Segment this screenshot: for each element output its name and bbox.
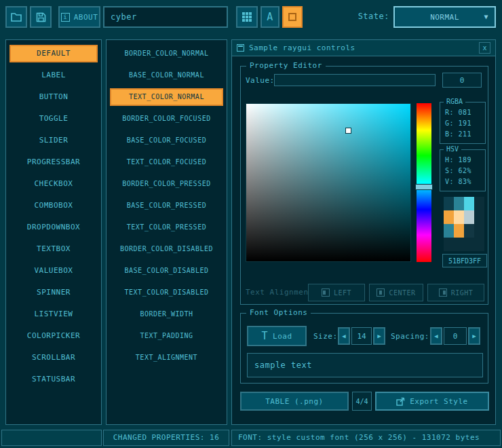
palette-swatch[interactable] bbox=[444, 210, 454, 224]
properties-list: BORDER_COLOR_NORMALBASE_COLOR_NORMALTEXT… bbox=[106, 39, 227, 425]
export-style-button[interactable]: Export Style bbox=[375, 392, 489, 411]
font-options-group-label: Font Options bbox=[246, 308, 311, 317]
property-editor-group-label: Property Editor bbox=[246, 61, 326, 70]
load-style-button[interactable] bbox=[5, 6, 27, 28]
property-list-item[interactable]: TEXT_COLOR_PRESSED bbox=[110, 219, 223, 236]
control-list-item[interactable]: LISTVIEW bbox=[9, 305, 98, 323]
property-list-item[interactable]: BASE_COLOR_PRESSED bbox=[110, 197, 223, 214]
spacing-increment-button[interactable]: ▶ bbox=[468, 327, 480, 345]
palette-swatch[interactable] bbox=[474, 224, 484, 238]
state-dropdown-value: NORMAL bbox=[430, 13, 459, 22]
align-center-button[interactable]: CENTER bbox=[369, 284, 423, 301]
palette-swatch[interactable] bbox=[454, 210, 464, 224]
palette-swatch[interactable] bbox=[474, 238, 484, 251]
control-list-item[interactable]: COLORPICKER bbox=[9, 327, 98, 345]
property-list-item[interactable]: TEXT_COLOR_NORMAL bbox=[110, 88, 223, 106]
control-list-item[interactable]: LABEL bbox=[9, 67, 98, 84]
property-list-item[interactable]: TEXT_COLOR_DISABLED bbox=[110, 284, 223, 301]
statusbar-font-info: FONT: style custom font (256 x 256) - 13… bbox=[231, 430, 501, 446]
value-box[interactable]: 0 bbox=[442, 73, 482, 88]
control-list-item[interactable]: COMBOBOX bbox=[9, 197, 98, 214]
property-list-item[interactable]: BORDER_COLOR_NORMAL bbox=[110, 45, 223, 62]
control-list-item[interactable]: SCROLLBAR bbox=[9, 349, 98, 367]
color-swatch-button[interactable] bbox=[282, 6, 303, 28]
load-font-button[interactable]: T Load bbox=[247, 326, 307, 346]
property-list-item[interactable]: BASE_COLOR_NORMAL bbox=[110, 67, 223, 84]
align-left-button[interactable]: LEFT bbox=[308, 284, 365, 301]
palette-swatch[interactable] bbox=[454, 238, 464, 251]
size-value-box[interactable]: 14 bbox=[351, 327, 372, 345]
palette-swatch[interactable] bbox=[454, 224, 464, 238]
grid-icon bbox=[242, 12, 252, 22]
align-center-icon bbox=[376, 288, 385, 297]
about-button-label: ABOUT bbox=[74, 13, 98, 22]
color-sv-cursor[interactable] bbox=[346, 128, 351, 133]
size-label: Size: bbox=[313, 332, 338, 341]
hsv-h-value: H: 189 bbox=[440, 155, 485, 166]
property-list-item[interactable]: BORDER_WIDTH bbox=[110, 305, 223, 323]
size-decrement-button[interactable]: ◀ bbox=[338, 327, 350, 345]
palette-swatch[interactable] bbox=[474, 197, 484, 210]
hex-color-input[interactable]: 51BFD3FF bbox=[442, 254, 487, 267]
spacing-decrement-button[interactable]: ◀ bbox=[430, 327, 442, 345]
control-list-item[interactable]: CHECKBOX bbox=[9, 175, 98, 193]
spacing-value-box[interactable]: 0 bbox=[444, 327, 467, 345]
property-list-item[interactable]: BASE_COLOR_FOCUSED bbox=[110, 132, 223, 149]
save-style-button[interactable] bbox=[30, 6, 52, 28]
property-list-item[interactable]: TEXT_PADDING bbox=[110, 327, 223, 345]
palette-swatch[interactable] bbox=[444, 224, 454, 238]
palette-swatch[interactable] bbox=[464, 238, 474, 251]
control-list-item[interactable]: PROGRESSBAR bbox=[9, 153, 98, 171]
property-list-item[interactable]: BASE_COLOR_DISABLED bbox=[110, 262, 223, 280]
style-table-button[interactable] bbox=[236, 6, 258, 28]
sample-window-titlebar[interactable]: Sample raygui controls x bbox=[232, 40, 495, 56]
control-list-item[interactable]: BUTTON bbox=[9, 88, 98, 106]
value-label: Value: bbox=[246, 76, 275, 85]
control-list-item[interactable]: TEXTBOX bbox=[9, 240, 98, 258]
palette-swatch[interactable] bbox=[444, 197, 454, 210]
value-slider[interactable] bbox=[274, 74, 436, 86]
property-list-item[interactable]: BORDER_COLOR_FOCUSED bbox=[110, 110, 223, 128]
property-list-item[interactable]: BORDER_COLOR_DISABLED bbox=[110, 240, 223, 258]
export-format-button[interactable]: TABLE (.png) bbox=[240, 392, 349, 411]
info-icon: i bbox=[61, 13, 70, 22]
control-list-item[interactable]: SLIDER bbox=[9, 132, 98, 149]
color-sv-panel[interactable] bbox=[246, 103, 411, 262]
rgba-g-value: G: 191 bbox=[440, 118, 485, 129]
about-button[interactable]: i ABOUT bbox=[58, 6, 100, 28]
style-name-input[interactable] bbox=[103, 6, 228, 28]
control-list-item[interactable]: SPINNER bbox=[9, 284, 98, 301]
export-format-label: TABLE (.png) bbox=[265, 397, 323, 406]
property-list-item[interactable]: TEXT_ALIGNMENT bbox=[110, 349, 223, 367]
palette-swatch[interactable] bbox=[464, 197, 474, 210]
palette-swatch[interactable] bbox=[464, 210, 474, 224]
control-list-item[interactable]: STATUSBAR bbox=[9, 371, 98, 388]
state-dropdown[interactable]: NORMAL ▼ bbox=[393, 6, 496, 28]
control-list-item[interactable]: TOGGLE bbox=[9, 110, 98, 128]
font-button[interactable]: A bbox=[260, 6, 279, 28]
sample-text-input[interactable]: sample text bbox=[247, 353, 483, 377]
hue-bar[interactable] bbox=[417, 103, 431, 262]
hue-cursor[interactable] bbox=[415, 184, 433, 190]
control-list-item[interactable]: DEFAULT bbox=[9, 45, 98, 62]
palette-swatch[interactable] bbox=[444, 238, 454, 251]
chevron-right-icon: ▶ bbox=[377, 333, 381, 339]
property-list-item[interactable]: TEXT_COLOR_FOCUSED bbox=[110, 153, 223, 171]
pages-value-box[interactable]: 4/4 bbox=[352, 392, 372, 411]
rgba-group-label: RGBA bbox=[444, 98, 465, 105]
folder-open-icon bbox=[11, 12, 22, 22]
size-increment-button[interactable]: ▶ bbox=[373, 327, 385, 345]
control-list-item[interactable]: DROPDOWNBOX bbox=[9, 219, 98, 236]
close-icon[interactable]: x bbox=[479, 42, 490, 54]
align-right-button[interactable]: RIGHT bbox=[427, 284, 484, 301]
control-list-item[interactable]: VALUEBOX bbox=[9, 262, 98, 280]
align-left-label: LEFT bbox=[334, 289, 351, 297]
statusbar-left bbox=[1, 430, 102, 446]
property-list-item[interactable]: BORDER_COLOR_PRESSED bbox=[110, 175, 223, 193]
hsv-s-value: S: 62% bbox=[440, 166, 485, 176]
palette-swatch[interactable] bbox=[474, 210, 484, 224]
palette-swatch[interactable] bbox=[464, 224, 474, 238]
text-alignment-label: Text Alignment: bbox=[246, 288, 308, 297]
rgba-b-value: B: 211 bbox=[440, 129, 485, 140]
palette-swatch[interactable] bbox=[454, 197, 464, 210]
